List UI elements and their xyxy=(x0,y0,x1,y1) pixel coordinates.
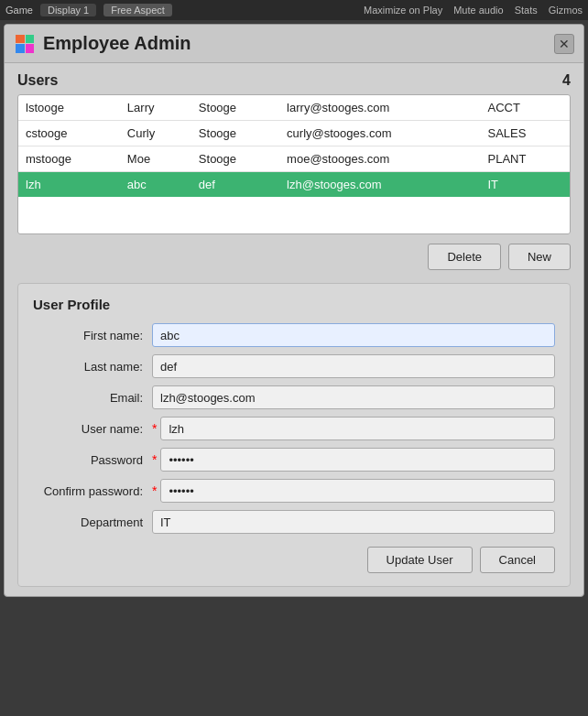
confirm-password-label: Confirm password: xyxy=(33,484,152,498)
cell-email: curly@stooges.com xyxy=(279,121,480,146)
table-row[interactable]: mstoogeMoeStoogemoe@stooges.comPLANT xyxy=(18,146,570,172)
first-name-row: First name: xyxy=(33,323,555,347)
users-table-container: lstoogeLarryStoogelarry@stooges.comACCTc… xyxy=(17,94,571,234)
cell-email: larry@stooges.com xyxy=(279,95,480,121)
first-name-input[interactable] xyxy=(152,323,555,347)
confirm-password-input[interactable] xyxy=(160,479,555,503)
stats-btn[interactable]: Stats xyxy=(515,5,538,16)
empty-row xyxy=(18,197,570,233)
cell-email: lzh@stooges.com xyxy=(279,172,480,198)
cell-username: cstooge xyxy=(18,121,120,146)
last-name-label: Last name: xyxy=(33,360,152,374)
table-row[interactable]: lstoogeLarryStoogelarry@stooges.comACCT xyxy=(18,95,570,121)
users-section-header: Users 4 xyxy=(17,72,571,89)
cancel-button[interactable]: Cancel xyxy=(480,547,555,573)
mute-btn[interactable]: Mute audio xyxy=(453,5,503,16)
form-actions: Update User Cancel xyxy=(33,547,555,573)
cell-last: def xyxy=(191,172,279,198)
password-row: Password * xyxy=(33,448,555,472)
new-button[interactable]: New xyxy=(508,244,571,270)
cell-username: mstooge xyxy=(18,146,120,172)
cell-dept: IT xyxy=(480,172,570,198)
first-name-label: First name: xyxy=(33,329,152,342)
cell-first: Larry xyxy=(120,95,191,121)
app-icon xyxy=(14,33,36,55)
maximize-btn[interactable]: Maximize on Play xyxy=(364,5,442,16)
department-input[interactable] xyxy=(152,510,555,534)
window-title: Employee Admin xyxy=(43,33,554,54)
game-label[interactable]: Game xyxy=(5,5,33,16)
profile-section: User Profile First name: Last name: Emai… xyxy=(17,283,571,587)
cell-email: moe@stooges.com xyxy=(279,146,480,172)
username-row: User name: * xyxy=(33,417,555,440)
profile-title: User Profile xyxy=(33,297,555,312)
delete-button[interactable]: Delete xyxy=(428,244,501,270)
gizmos-btn[interactable]: Gizmos xyxy=(549,5,583,16)
confirm-password-row: Confirm password: * xyxy=(33,479,555,503)
top-bar-left: Game Display 1 Free Aspect xyxy=(5,4,172,16)
username-input[interactable] xyxy=(160,417,555,440)
cell-first: Curly xyxy=(120,121,191,146)
username-required: * xyxy=(152,421,157,436)
department-label: Department xyxy=(33,515,152,529)
cell-username: lstooge xyxy=(18,95,120,121)
last-name-input[interactable] xyxy=(152,354,555,378)
email-label: Email: xyxy=(33,391,152,405)
top-bar: Game Display 1 Free Aspect Maximize on P… xyxy=(0,0,588,20)
users-title: Users xyxy=(17,72,58,89)
top-bar-right: Maximize on Play Mute audio Stats Gizmos xyxy=(364,5,583,16)
email-input[interactable] xyxy=(152,385,555,409)
password-label: Password xyxy=(33,453,152,467)
cell-dept: SALES xyxy=(480,121,570,146)
cell-dept: PLANT xyxy=(480,146,570,172)
password-input[interactable] xyxy=(160,448,555,472)
username-label: User name: xyxy=(33,422,152,436)
confirm-password-required: * xyxy=(152,483,157,498)
email-row: Email: xyxy=(33,385,555,409)
cell-first: Moe xyxy=(120,146,191,172)
cell-username: lzh xyxy=(18,172,120,198)
department-row: Department xyxy=(33,510,555,534)
employee-admin-window: Employee Admin ✕ Users 4 lstoogeLarrySto… xyxy=(4,24,584,597)
cell-last: Stooge xyxy=(191,121,279,146)
users-table: lstoogeLarryStoogelarry@stooges.comACCTc… xyxy=(18,95,570,197)
aspect-select[interactable]: Free Aspect xyxy=(103,4,172,16)
password-required: * xyxy=(152,452,157,467)
cell-last: Stooge xyxy=(191,95,279,121)
table-row[interactable]: lzhabcdeflzh@stooges.comIT xyxy=(18,172,570,198)
cell-dept: ACCT xyxy=(480,95,570,121)
title-bar: Employee Admin ✕ xyxy=(5,25,583,63)
last-name-row: Last name: xyxy=(33,354,555,378)
window-content: Users 4 lstoogeLarryStoogelarry@stooges.… xyxy=(5,63,583,596)
table-row[interactable]: cstoogeCurlyStoogecurly@stooges.comSALES xyxy=(18,121,570,146)
cell-first: abc xyxy=(120,172,191,198)
close-button[interactable]: ✕ xyxy=(554,34,574,54)
display-tab[interactable]: Display 1 xyxy=(40,4,96,16)
user-count: 4 xyxy=(562,72,571,89)
update-user-button[interactable]: Update User xyxy=(367,547,473,573)
cell-last: Stooge xyxy=(191,146,279,172)
action-buttons: Delete New xyxy=(17,244,571,270)
